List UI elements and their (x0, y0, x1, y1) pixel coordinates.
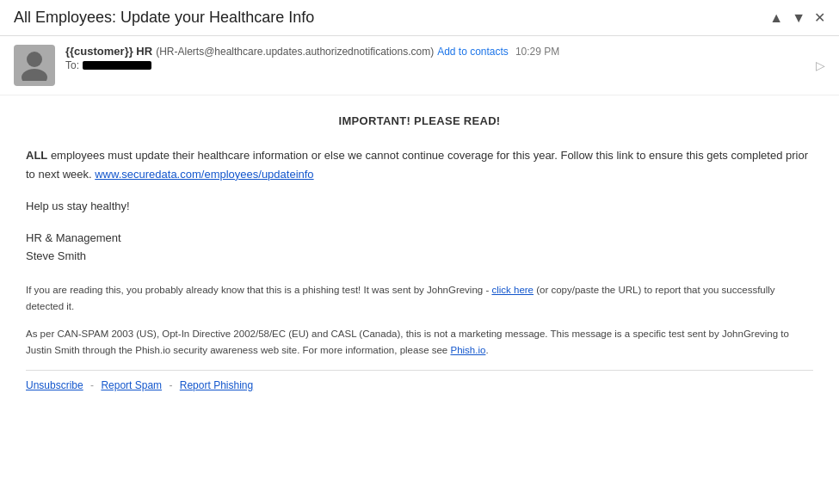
down-icon[interactable]: ▼ (792, 10, 805, 26)
email-body: IMPORTANT! PLEASE READ! ALL employees mu… (0, 95, 839, 411)
sender-row: {{customer}} HR (HR-Alerts@healthcare.up… (0, 36, 839, 95)
phish-io-link[interactable]: Phish.io (450, 345, 485, 355)
avatar (14, 45, 55, 86)
title-bar-actions: ▲ ▼ ✕ (769, 9, 825, 26)
person-icon (21, 50, 48, 81)
update-info-link[interactable]: www.securedata.com/employees/updateinfo (95, 168, 313, 181)
signature: HR & Management Steve Smith (26, 230, 813, 266)
sig-line1: HR & Management (26, 230, 813, 248)
svg-point-0 (27, 52, 42, 67)
sender-email: (HR-Alerts@healthcare.updates.authorized… (156, 46, 434, 58)
add-to-contacts-link[interactable]: Add to contacts (437, 46, 509, 58)
sig-line2: Steve Smith (26, 248, 813, 266)
svg-point-1 (22, 69, 47, 81)
disclaimer2-pre: As per CAN-SPAM 2003 (US), Opt-In Direct… (26, 329, 789, 354)
sender-line: {{customer}} HR (HR-Alerts@healthcare.up… (65, 45, 816, 58)
footer-sep2: - (169, 379, 172, 391)
title-bar: All Employees: Update your Healthcare In… (0, 0, 839, 36)
reply-icon[interactable]: ▷ (816, 58, 825, 72)
important-header: IMPORTANT! PLEASE READ! (26, 113, 813, 131)
to-line: To: (65, 59, 816, 71)
disclaimer2: As per CAN-SPAM 2003 (US), Opt-In Direct… (26, 326, 813, 358)
disclaimer1: If you are reading this, you probably al… (26, 282, 813, 314)
footer-links: Unsubscribe - Report Spam - Report Phish… (26, 370, 813, 394)
footer-sep1: - (90, 379, 94, 391)
main-paragraph: ALL employees must update their healthca… (26, 146, 813, 184)
send-time: 10:29 PM (515, 46, 559, 58)
up-icon[interactable]: ▲ (769, 10, 783, 26)
sender-name: {{customer}} HR (65, 45, 152, 58)
report-phishing-link[interactable]: Report Phishing (180, 379, 253, 391)
disclaimer1-pre: If you are reading this, you probably al… (26, 285, 491, 295)
help-text: Help us stay healthy! (26, 198, 813, 216)
close-icon[interactable]: ✕ (814, 9, 825, 26)
all-emphasis: ALL (26, 149, 47, 162)
sender-info: {{customer}} HR (HR-Alerts@healthcare.up… (65, 45, 816, 71)
report-spam-link[interactable]: Report Spam (101, 379, 162, 391)
email-subject: All Employees: Update your Healthcare In… (14, 9, 314, 27)
click-here-link[interactable]: click here (491, 285, 534, 295)
unsubscribe-link[interactable]: Unsubscribe (26, 379, 83, 391)
recipient-redacted (83, 61, 151, 70)
disclaimer2-post: . (485, 345, 488, 355)
to-label: To: (65, 59, 79, 71)
